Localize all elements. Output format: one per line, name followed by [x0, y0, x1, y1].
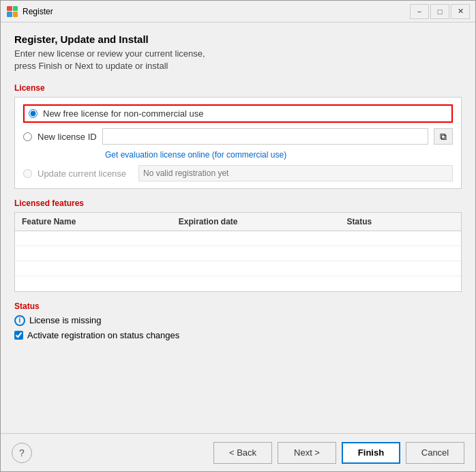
option1-label[interactable]: New free license for non-commercial use [43, 108, 204, 119]
features-table: Feature Name Expiration date Status [14, 212, 462, 292]
option3-radio[interactable] [23, 169, 32, 178]
footer: ? < Back Next > Finish Cancel [1, 433, 475, 471]
option1-row: New free license for non-commercial use [23, 104, 453, 123]
activate-checkbox[interactable] [14, 331, 23, 340]
copy-button[interactable]: ⧉ [434, 128, 453, 145]
register-window: Register − □ ✕ Register, Update and Inst… [0, 0, 476, 472]
status-section-label: Status [14, 301, 462, 311]
window-controls: − □ ✕ [410, 4, 470, 19]
option3-label: Update current license [38, 168, 133, 179]
col-extra [430, 213, 461, 231]
cancel-button[interactable]: Cancel [406, 442, 464, 464]
option2-row: New license ID ⧉ [23, 128, 453, 145]
option3-row: Update current license [23, 165, 453, 181]
current-license-input [138, 165, 453, 181]
option2-radio[interactable] [23, 132, 32, 141]
features-section: Licensed features Feature Name Expiratio… [14, 198, 462, 292]
table-row [15, 246, 461, 261]
status-text: License is missing [29, 315, 102, 325]
finish-button[interactable]: Finish [342, 442, 400, 464]
status-section: Status i License is missing Activate reg… [14, 301, 462, 340]
maximize-button[interactable]: □ [430, 4, 449, 19]
back-button[interactable]: < Back [213, 442, 272, 464]
next-button[interactable]: Next > [278, 442, 336, 464]
app-icon [6, 5, 18, 18]
col-feature-name: Feature Name [15, 213, 172, 231]
window-title: Register [23, 7, 410, 16]
license-section: New free license for non-commercial use … [14, 97, 462, 189]
page-title: Register, Update and Install [14, 33, 462, 45]
table-row [15, 261, 461, 276]
page-subtitle: Enter new license or review your current… [14, 48, 462, 72]
copy-icon: ⧉ [440, 131, 447, 143]
status-row: i License is missing [14, 315, 462, 326]
minimize-button[interactable]: − [410, 4, 429, 19]
title-bar: Register − □ ✕ [1, 1, 475, 23]
license-section-label: License [14, 83, 462, 93]
info-icon: i [14, 315, 25, 326]
license-id-input[interactable] [102, 128, 428, 145]
table-row [15, 276, 461, 291]
table-row [15, 231, 461, 246]
features-section-label: Licensed features [14, 198, 462, 208]
option1-radio[interactable] [29, 109, 38, 118]
eval-license-link[interactable]: Get evaluation license online (for comme… [105, 150, 453, 160]
help-button[interactable]: ? [12, 443, 32, 463]
close-button[interactable]: ✕ [451, 4, 470, 19]
col-status: Status [340, 213, 430, 231]
col-expiration-date: Expiration date [172, 213, 340, 231]
option2-label[interactable]: New license ID [38, 132, 97, 142]
activate-checkbox-label[interactable]: Activate registration on status changes [27, 330, 179, 340]
activate-checkbox-row: Activate registration on status changes [14, 330, 462, 340]
main-content: Register, Update and Install Enter new l… [1, 23, 475, 433]
